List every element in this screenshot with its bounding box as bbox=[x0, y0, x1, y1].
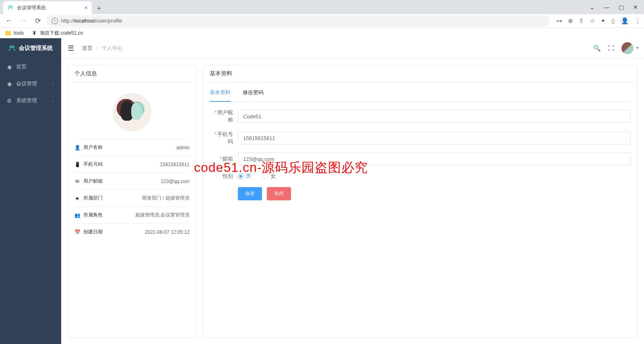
key-icon[interactable]: ⊶ bbox=[556, 17, 562, 25]
save-button[interactable]: 保存 bbox=[238, 187, 262, 200]
tab-favicon-icon bbox=[7, 4, 14, 11]
chevron-down-icon: ⌄ bbox=[52, 82, 55, 86]
window-controls: ⌄ — ▢ ✕ bbox=[589, 0, 644, 14]
globe-icon: ◉ bbox=[6, 81, 12, 87]
brand: 会议管理系统 bbox=[0, 38, 61, 58]
extensions-icon[interactable]: ✦ bbox=[601, 17, 606, 25]
phone-icon: 📱 bbox=[74, 162, 80, 167]
address-bar: ← → ⟳ i http://localhost/user/profile ⊶ … bbox=[0, 14, 644, 28]
sidebar-item-system[interactable]: ⚙ 系统管理 ⌄ bbox=[0, 92, 61, 109]
field-value: admin bbox=[176, 145, 190, 150]
tab-close-icon[interactable]: × bbox=[85, 4, 88, 11]
breadcrumb-separator: / bbox=[97, 45, 98, 51]
form-label: *用户昵称 bbox=[210, 109, 238, 124]
tab-basic[interactable]: 基本资料 bbox=[210, 89, 231, 102]
sidebar-item-home[interactable]: ◉ 首页 bbox=[0, 58, 61, 75]
card-body: 👤用户名称admin 📱手机号码15615615611 ✉用户邮箱123@qq.… bbox=[68, 82, 196, 247]
profile-icon[interactable]: 👤 bbox=[620, 16, 629, 25]
bookmark-label: tools bbox=[14, 30, 24, 36]
globe-icon: ◉ bbox=[6, 64, 12, 70]
field-value: 15615615611 bbox=[160, 162, 190, 167]
forward-button[interactable]: → bbox=[18, 15, 29, 27]
sidebar-item-label: 会议管理 bbox=[16, 80, 37, 87]
more-icon[interactable]: ⋮ bbox=[635, 17, 641, 25]
hamburger-icon[interactable]: ☰ bbox=[68, 44, 74, 53]
form-label: 性别 bbox=[210, 173, 238, 180]
tab-password[interactable]: 修改密码 bbox=[243, 89, 264, 101]
form-row-phone: *手机号码 bbox=[210, 131, 631, 145]
chevron-down-icon: ⌄ bbox=[52, 99, 55, 103]
share-icon[interactable]: ⇪ bbox=[579, 17, 584, 25]
tab-strip: 会议管理系统 × + ⌄ — ▢ ✕ bbox=[0, 0, 644, 14]
avatar-icon bbox=[621, 42, 634, 54]
radio-female[interactable]: 女 bbox=[262, 173, 276, 180]
field-value: 2022-08-07 12:05:12 bbox=[145, 229, 190, 235]
field-value: 研发部门 / 超级管理员 bbox=[142, 195, 190, 202]
radio-icon bbox=[262, 173, 268, 179]
bookmark-code51[interactable]: ¥ 项目下载:code51.cn bbox=[31, 30, 83, 37]
svg-point-2 bbox=[10, 46, 12, 48]
content: 个人信息 👤用户名称admin 📱手机号码15615615611 ✉用户邮箱12… bbox=[61, 58, 644, 344]
org-icon: ♣ bbox=[74, 196, 80, 201]
form-row-nickname: *用户昵称 bbox=[210, 109, 631, 124]
bookmark-label: 项目下载:code51.cn bbox=[40, 30, 83, 37]
topbar-right: 🔍 ⛶ bbox=[593, 42, 638, 54]
chevron-down-icon[interactable]: ⌄ bbox=[589, 4, 595, 10]
email-input[interactable] bbox=[238, 152, 631, 165]
side-panel-icon[interactable]: ▯ bbox=[611, 17, 615, 25]
phone-input[interactable] bbox=[238, 132, 631, 144]
close-window-icon[interactable]: ✕ bbox=[633, 4, 638, 10]
list-item: ✉用户邮箱123@qq.com bbox=[74, 173, 190, 190]
close-button[interactable]: 关闭 bbox=[267, 187, 291, 200]
browser-chrome: 会议管理系统 × + ⌄ — ▢ ✕ ← → ⟳ i http://localh… bbox=[0, 0, 644, 38]
people-icon: 👥 bbox=[74, 212, 80, 218]
sidebar-item-meetings[interactable]: ◉ 会议管理 ⌄ bbox=[0, 75, 61, 92]
site-info-icon[interactable]: i bbox=[52, 18, 58, 24]
field-value: 123@qq.com bbox=[161, 179, 190, 184]
maximize-icon[interactable]: ▢ bbox=[618, 4, 624, 10]
brand-text: 会议管理系统 bbox=[19, 45, 53, 52]
zoom-icon[interactable]: ⊕ bbox=[568, 17, 573, 25]
profile-avatar[interactable] bbox=[113, 93, 151, 132]
y-icon: ¥ bbox=[31, 30, 37, 36]
sidebar-item-label: 首页 bbox=[16, 63, 27, 70]
breadcrumb-current: 个人中心 bbox=[102, 45, 123, 51]
user-icon: 👤 bbox=[74, 145, 80, 150]
list-item: 📅创建日期2022-08-07 12:05:12 bbox=[74, 223, 190, 240]
form-row-gender: 性别 男 女 bbox=[210, 173, 631, 180]
nickname-input[interactable] bbox=[238, 110, 631, 123]
reload-button[interactable]: ⟳ bbox=[32, 15, 43, 27]
bookmark-tools[interactable]: tools bbox=[5, 30, 24, 36]
sidebar: 会议管理系统 ◉ 首页 ◉ 会议管理 ⌄ ⚙ 系统管理 ⌄ bbox=[0, 38, 61, 344]
form-label: *邮箱 bbox=[210, 155, 238, 163]
logo-icon bbox=[8, 45, 16, 52]
browser-tab[interactable]: 会议管理系统 × bbox=[3, 1, 92, 14]
star-icon[interactable]: ☆ bbox=[590, 17, 595, 25]
radio-male[interactable]: 男 bbox=[238, 173, 251, 180]
tab-title: 会议管理系统 bbox=[17, 4, 46, 11]
gender-radio-group: 男 女 bbox=[238, 173, 276, 180]
basic-info-card: 基本资料 基本资料 修改密码 *用户昵称 *手机号码 bbox=[203, 65, 638, 338]
list-item: ♣所属部门研发部门 / 超级管理员 bbox=[74, 190, 190, 206]
form-label: *手机号码 bbox=[210, 131, 238, 145]
new-tab-button[interactable]: + bbox=[93, 3, 105, 14]
svg-point-1 bbox=[10, 6, 12, 8]
url-input[interactable]: i http://localhost/user/profile bbox=[47, 15, 550, 27]
search-icon[interactable]: 🔍 bbox=[593, 45, 601, 52]
app-root: 会议管理系统 ◉ 首页 ◉ 会议管理 ⌄ ⚙ 系统管理 ⌄ ☰ 首页 / 个人中… bbox=[0, 38, 644, 344]
profile-info-card: 个人信息 👤用户名称admin 📱手机号码15615615611 ✉用户邮箱12… bbox=[68, 65, 196, 338]
profile-info-list: 👤用户名称admin 📱手机号码15615615611 ✉用户邮箱123@qq.… bbox=[74, 139, 190, 240]
minimize-icon[interactable]: — bbox=[604, 4, 609, 10]
back-button[interactable]: ← bbox=[3, 15, 14, 27]
mail-icon: ✉ bbox=[74, 179, 80, 184]
svg-point-3 bbox=[12, 46, 14, 48]
svg-point-0 bbox=[8, 6, 10, 8]
radio-icon bbox=[238, 173, 244, 179]
fullscreen-icon[interactable]: ⛶ bbox=[608, 45, 614, 51]
user-avatar-menu[interactable] bbox=[621, 42, 634, 54]
tabs: 基本资料 修改密码 bbox=[210, 89, 631, 102]
list-item: 👥所属角色超级管理员,会议室管理员 bbox=[74, 206, 190, 223]
breadcrumb-home[interactable]: 首页 bbox=[82, 45, 93, 51]
card-body: 基本资料 修改密码 *用户昵称 *手机号码 *邮箱 bbox=[203, 82, 637, 207]
url-text: http://localhost/user/profile bbox=[61, 18, 122, 24]
